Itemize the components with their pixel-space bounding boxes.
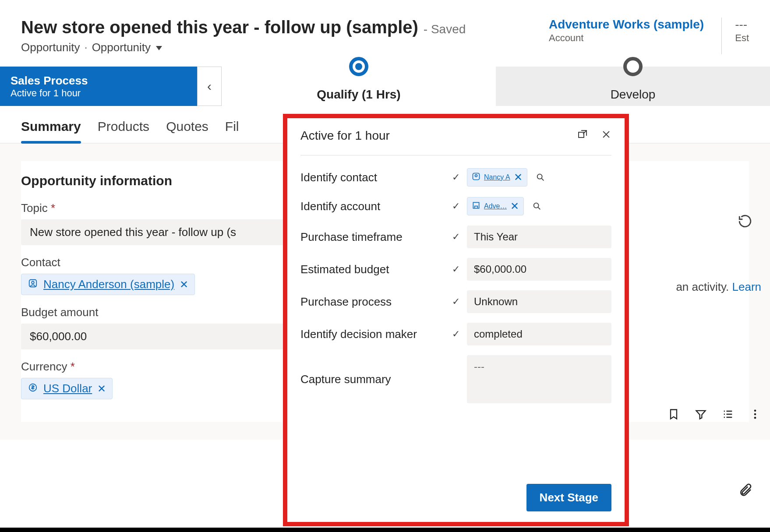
stage-inactive-icon (623, 57, 643, 76)
bottom-edge (0, 528, 770, 532)
purchase-process-input[interactable]: Unknown (467, 290, 611, 313)
entity-selector[interactable]: Opportunity (92, 41, 162, 54)
svg-point-4 (754, 413, 756, 416)
filter-icon[interactable] (695, 408, 707, 423)
svg-point-5 (754, 417, 756, 419)
stage-flyout: Active for 1 hour Identify contact ✓ Nan… (287, 118, 625, 522)
svg-rect-10 (473, 202, 479, 208)
estimated-budget-label: Estimated budget (300, 263, 445, 276)
remove-identify-account[interactable]: ✕ (510, 200, 519, 212)
header-metric-label: Est (735, 32, 749, 44)
capture-summary-input[interactable]: --- (467, 355, 611, 403)
check-icon: ✓ (449, 172, 463, 183)
decision-maker-label: Identify decision maker (300, 328, 445, 341)
related-account-sublabel: Account (549, 32, 704, 44)
svg-point-3 (754, 410, 756, 412)
search-contact-button[interactable] (531, 168, 550, 187)
svg-rect-6 (579, 132, 584, 137)
remove-contact-button[interactable]: ✕ (180, 278, 188, 291)
related-account-link[interactable]: Adventure Works (sample) (549, 18, 704, 32)
purchase-timeframe-label: Purchase timeframe (300, 230, 445, 244)
check-icon: ✓ (449, 328, 463, 340)
topic-input[interactable]: New store opened this year - follow up (… (21, 219, 301, 245)
currency-link[interactable]: US Dollar (43, 382, 92, 395)
check-icon: ✓ (449, 201, 463, 212)
svg-point-8 (475, 175, 477, 177)
tab-summary[interactable]: Summary (21, 119, 81, 143)
bookmark-icon[interactable] (668, 408, 680, 423)
learn-link[interactable]: Learn (732, 280, 762, 293)
identify-account-chip[interactable]: Adve… ✕ (467, 197, 524, 215)
capture-summary-label: Capture summary (300, 373, 445, 386)
bpf-process-active-text: Active for 1 hour (11, 88, 187, 99)
tab-quotes[interactable]: Quotes (166, 119, 208, 143)
chevron-left-icon: ‹ (207, 79, 212, 94)
separator-dot: · (84, 41, 87, 54)
bpf-stage-develop[interactable]: Develop (496, 67, 770, 106)
svg-point-1 (32, 281, 34, 284)
attachment-icon[interactable] (738, 482, 752, 501)
bpf-process-label[interactable]: Sales Process Active for 1 hour (0, 67, 197, 106)
purchase-process-label: Purchase process (300, 295, 445, 309)
bpf-collapse-button[interactable]: ‹ (197, 67, 222, 106)
business-process-flow: Sales Process Active for 1 hour ‹ Qualif… (0, 67, 770, 106)
bpf-stage-develop-label: Develop (611, 88, 656, 102)
check-icon: ✓ (449, 264, 463, 275)
svg-point-11 (534, 203, 539, 208)
page-title: New store opened this year - follow up (… (21, 18, 418, 37)
decision-maker-input[interactable]: completed (467, 323, 611, 345)
flyout-title: Active for 1 hour (300, 129, 390, 143)
close-button[interactable] (601, 129, 611, 143)
person-icon (472, 172, 480, 183)
grid-toolbar (668, 408, 761, 423)
more-icon[interactable] (749, 408, 761, 423)
estimated-budget-input[interactable]: $60,000.00 (467, 258, 611, 281)
header-metric-value: --- (735, 18, 749, 32)
page-header: New store opened this year - follow up (… (0, 0, 770, 54)
search-account-button[interactable] (527, 197, 547, 216)
identify-account-link[interactable]: Adve… (484, 202, 507, 210)
entity-name: Opportunity (21, 41, 80, 54)
refresh-button[interactable] (738, 214, 752, 232)
budget-input[interactable]: $60,000.00 (21, 324, 301, 349)
activity-hint: an activity. Learn (676, 280, 761, 294)
currency-icon (28, 382, 38, 395)
bpf-process-name: Sales Process (11, 74, 187, 88)
bpf-stage-qualify[interactable]: Qualify (1 Hrs) (222, 67, 496, 106)
svg-point-9 (537, 174, 542, 179)
currency-lookup-chip[interactable]: US Dollar ✕ (21, 378, 113, 399)
identify-contact-chip[interactable]: Nancy A ✕ (467, 168, 527, 187)
list-icon[interactable] (722, 408, 734, 423)
chevron-down-icon (153, 41, 162, 54)
purchase-timeframe-input[interactable]: This Year (467, 225, 611, 248)
stage-active-icon (349, 57, 368, 76)
check-icon: ✓ (449, 296, 463, 307)
building-icon (472, 201, 480, 211)
contact-lookup-chip[interactable]: Nancy Anderson (sample) ✕ (21, 274, 195, 295)
remove-currency-button[interactable]: ✕ (97, 383, 106, 395)
popout-button[interactable] (577, 129, 588, 143)
check-icon: ✓ (449, 231, 463, 243)
tab-products[interactable]: Products (98, 119, 149, 143)
tab-files[interactable]: Fil (225, 119, 239, 143)
identify-account-label: Identify account (300, 200, 445, 213)
contact-link[interactable]: Nancy Anderson (sample) (43, 278, 174, 291)
person-icon (28, 278, 38, 291)
bpf-stage-qualify-label: Qualify (1 Hrs) (317, 88, 400, 102)
entity-selector-label: Opportunity (92, 41, 151, 54)
next-stage-button[interactable]: Next Stage (526, 484, 611, 511)
saved-indicator: - Saved (424, 22, 466, 36)
identify-contact-label: Identify contact (300, 171, 445, 184)
identify-contact-link[interactable]: Nancy A (484, 173, 510, 181)
remove-identify-contact[interactable]: ✕ (514, 171, 523, 183)
